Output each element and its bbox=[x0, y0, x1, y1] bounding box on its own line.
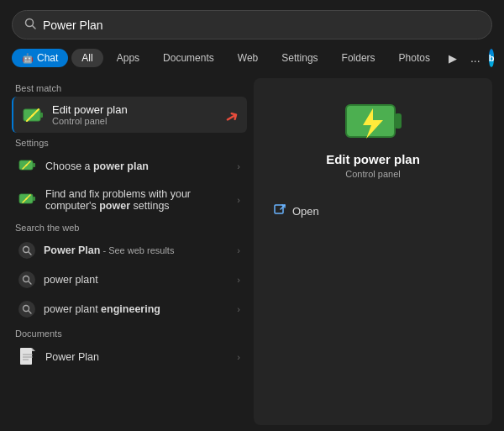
bing-icon[interactable]: b bbox=[489, 49, 495, 67]
svg-rect-20 bbox=[20, 348, 32, 365]
web-item-3-text: power plant engineering bbox=[44, 303, 228, 315]
settings-fix-icon bbox=[18, 191, 37, 209]
settings-item-1-text: Choose a power plan bbox=[45, 160, 228, 172]
web-item-1-text: Power Plan - See web results bbox=[44, 244, 228, 256]
chevron-icon-3: › bbox=[237, 245, 240, 255]
tab-chat[interactable]: 🤖 Chat bbox=[12, 49, 68, 67]
left-panel: Best match Edit power plan Control panel… bbox=[12, 78, 247, 425]
documents-section-label: Documents bbox=[12, 329, 247, 339]
chevron-icon-5: › bbox=[237, 304, 240, 314]
svg-rect-7 bbox=[33, 163, 35, 167]
svg-rect-28 bbox=[275, 205, 283, 213]
settings-power-icon bbox=[18, 157, 37, 176]
tab-all[interactable]: All bbox=[71, 49, 102, 67]
chevron-icon-6: › bbox=[237, 352, 240, 362]
best-match-label: Best match bbox=[12, 83, 247, 93]
best-match-icon bbox=[22, 104, 44, 126]
svg-line-19 bbox=[29, 311, 32, 314]
list-item[interactable]: power plant engineering › bbox=[12, 295, 247, 323]
svg-rect-3 bbox=[40, 113, 43, 118]
list-item[interactable]: power plant › bbox=[12, 265, 247, 294]
search-icon bbox=[24, 18, 36, 32]
list-item[interactable]: Power Plan › bbox=[12, 342, 247, 372]
chat-icon: 🤖 bbox=[22, 53, 34, 64]
settings-section-label: Settings bbox=[12, 138, 247, 148]
right-panel: Edit power plan Control panel Open bbox=[254, 78, 492, 425]
search-input[interactable]: Power Plan bbox=[43, 18, 480, 32]
svg-line-17 bbox=[29, 281, 32, 285]
tab-apps[interactable]: Apps bbox=[107, 49, 150, 67]
tab-web[interactable]: Web bbox=[228, 49, 268, 67]
search-bar[interactable]: Power Plan bbox=[12, 10, 492, 39]
open-label: Open bbox=[292, 205, 319, 218]
chevron-icon-2: › bbox=[237, 195, 240, 205]
document-icon bbox=[18, 348, 37, 366]
right-actions: Open bbox=[267, 199, 479, 223]
list-item[interactable]: Find and fix problems with your computer… bbox=[12, 182, 247, 218]
best-match-subtitle: Control panel bbox=[52, 116, 128, 126]
chevron-icon-4: › bbox=[237, 275, 240, 285]
right-app-name: Edit power plan bbox=[326, 152, 420, 166]
document-item-1-text: Power Plan bbox=[45, 351, 228, 363]
more-button[interactable]: ... bbox=[465, 48, 486, 68]
best-match-text: Edit power plan Control panel bbox=[52, 103, 128, 126]
tab-documents[interactable]: Documents bbox=[153, 49, 224, 67]
svg-line-15 bbox=[29, 252, 32, 255]
right-panel-app-icon bbox=[343, 92, 403, 152]
web-search-icon-1 bbox=[18, 242, 35, 259]
play-button[interactable]: ▶ bbox=[444, 49, 462, 68]
filter-tabs: 🤖 Chat All Apps Documents Web Settings F… bbox=[12, 48, 492, 68]
best-match-title: Edit power plan bbox=[52, 103, 128, 116]
svg-marker-21 bbox=[32, 348, 35, 351]
tab-folders[interactable]: Folders bbox=[332, 49, 386, 67]
open-action[interactable]: Open bbox=[267, 199, 479, 223]
chevron-icon-1: › bbox=[237, 161, 240, 171]
svg-line-1 bbox=[33, 26, 36, 29]
tab-settings[interactable]: Settings bbox=[271, 49, 328, 67]
web-search-icon-2 bbox=[18, 271, 35, 288]
main-layout: Best match Edit power plan Control panel… bbox=[12, 78, 492, 425]
app-container: Power Plan 🤖 Chat All Apps Documents Web… bbox=[0, 0, 504, 431]
web-search-icon-3 bbox=[18, 301, 35, 318]
best-match-item[interactable]: Edit power plan Control panel ➜ bbox=[12, 97, 247, 133]
svg-rect-11 bbox=[33, 197, 35, 201]
list-item[interactable]: Power Plan - See web results › bbox=[12, 236, 247, 265]
list-item[interactable]: Choose a power plan › bbox=[12, 151, 247, 181]
open-icon bbox=[274, 204, 286, 218]
settings-item-2-text: Find and fix problems with your computer… bbox=[45, 188, 228, 212]
web-item-2-text: power plant bbox=[44, 274, 228, 286]
tab-photos[interactable]: Photos bbox=[389, 49, 440, 67]
svg-rect-26 bbox=[395, 113, 402, 129]
web-section-label: Search the web bbox=[12, 223, 247, 233]
arrow-annotation: ➜ bbox=[220, 104, 243, 129]
right-app-subtitle: Control panel bbox=[345, 169, 400, 179]
